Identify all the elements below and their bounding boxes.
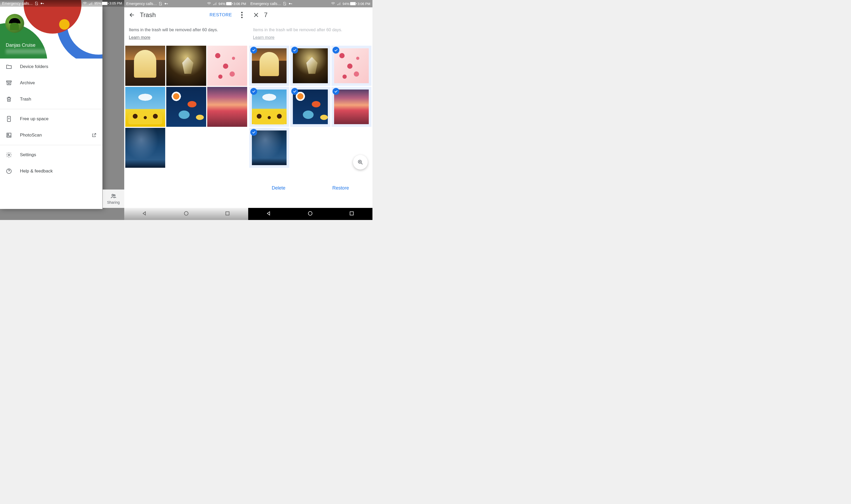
back-button[interactable] xyxy=(128,11,136,19)
navigation-drawer: Danjas Cruise Device folders Archive Tra… xyxy=(0,7,103,209)
signal-icon xyxy=(337,2,341,6)
trash-notice: Items in the trash will be removed after… xyxy=(248,22,372,46)
tab-label: Sharing xyxy=(107,200,120,204)
menu-label: PhotoScan xyxy=(20,132,84,138)
menu-label: Archive xyxy=(20,80,97,86)
nav-home-icon[interactable] xyxy=(183,211,189,217)
photo-thumbnail-selected[interactable] xyxy=(249,87,289,127)
svg-point-18 xyxy=(242,17,243,18)
selection-count: 7 xyxy=(264,11,370,19)
restore-button[interactable]: Restore xyxy=(332,185,349,191)
svg-point-0 xyxy=(41,3,42,4)
svg-point-7 xyxy=(8,154,10,156)
screen-drawer: Emergency calls… 95% 3:05 PM xyxy=(0,0,124,220)
svg-rect-3 xyxy=(6,81,11,82)
menu-label: Help & feedback xyxy=(20,168,97,174)
photo-thumbnail[interactable] xyxy=(166,46,206,86)
help-icon xyxy=(6,168,12,174)
zoom-in-icon xyxy=(357,159,364,165)
external-link-icon xyxy=(91,132,97,138)
screen-trash-selection: Emergency calls… 94% 3:06 PM 7 Items in xyxy=(248,0,372,220)
photo-thumbnail-selected[interactable] xyxy=(249,46,289,86)
photo-thumbnail-selected[interactable] xyxy=(249,128,289,168)
status-bar: Emergency calls… 95% 3:05 PM xyxy=(0,0,124,7)
user-name: Danjas Cruise xyxy=(6,42,56,48)
user-avatar[interactable] xyxy=(5,14,24,33)
nav-back-icon[interactable] xyxy=(266,211,272,217)
svg-rect-5 xyxy=(7,133,11,137)
menu-archive[interactable]: Archive xyxy=(0,75,103,91)
wifi-icon xyxy=(331,2,335,6)
drawer-header[interactable]: Danjas Cruise xyxy=(0,0,103,58)
more-button[interactable] xyxy=(238,11,246,19)
svg-point-17 xyxy=(242,14,243,16)
nosim-icon xyxy=(283,2,287,6)
close-selection-button[interactable] xyxy=(252,11,260,19)
clock-text: 3:05 PM xyxy=(109,1,122,5)
svg-rect-15 xyxy=(167,3,167,4)
restore-button[interactable]: RESTORE xyxy=(210,12,232,18)
vpn-key-icon xyxy=(40,1,45,5)
menu-trash[interactable]: Trash xyxy=(0,91,103,107)
photo-thumbnail[interactable] xyxy=(125,87,165,127)
photo-thumbnail-selected[interactable] xyxy=(332,46,371,86)
photo-thumbnail[interactable] xyxy=(207,87,247,127)
trash-notice: Items in the trash will be removed after… xyxy=(124,22,248,46)
clock-text: 3:06 PM xyxy=(357,2,370,6)
learn-more-link[interactable]: Learn more xyxy=(253,34,274,40)
photo-thumbnail-selected[interactable] xyxy=(332,87,371,127)
delete-button[interactable]: Delete xyxy=(272,185,285,191)
nav-recents-icon[interactable] xyxy=(349,211,355,217)
notice-text: Items in the trash will be removed after… xyxy=(129,28,218,32)
battery-percent: 94% xyxy=(342,2,349,6)
action-bar: Delete Restore xyxy=(248,180,372,196)
svg-rect-23 xyxy=(291,3,292,4)
menu-settings[interactable]: Settings xyxy=(0,147,103,163)
clock-text: 3:06 PM xyxy=(233,2,246,6)
signal-icon xyxy=(213,2,217,6)
free-space-icon xyxy=(6,116,12,122)
check-icon xyxy=(333,47,339,54)
menu-free-up-space[interactable]: Free up space xyxy=(0,111,103,127)
notice-text: Items in the trash will be removed after… xyxy=(253,28,342,32)
battery-indicator: 95% xyxy=(94,1,108,5)
learn-more-link[interactable]: Learn more xyxy=(129,34,150,40)
check-icon xyxy=(333,88,339,95)
signal-icon xyxy=(89,1,93,5)
svg-point-19 xyxy=(184,212,188,216)
photo-thumbnail[interactable] xyxy=(166,87,206,127)
archive-icon xyxy=(6,80,12,86)
photo-thumbnail-selected[interactable] xyxy=(290,87,330,127)
status-bar: Emergency calls… 94% 3:06 PM xyxy=(124,0,248,7)
menu-photoscan[interactable]: PhotoScan xyxy=(0,127,103,143)
selection-toolbar: 7 xyxy=(248,7,372,22)
people-icon xyxy=(110,193,117,199)
battery-percent: 94% xyxy=(218,2,225,6)
menu-help-feedback[interactable]: Help & feedback xyxy=(0,163,103,179)
menu-label: Free up space xyxy=(20,116,97,122)
wifi-icon xyxy=(207,2,211,6)
tab-sharing[interactable]: Sharing xyxy=(103,190,124,208)
photo-thumbnail[interactable] xyxy=(125,128,165,168)
screen-trash: Emergency calls… 94% 3:06 PM Trash RESTO… xyxy=(124,0,248,220)
zoom-fab[interactable] xyxy=(353,155,368,169)
photo-thumbnail[interactable] xyxy=(207,46,247,86)
menu-device-folders[interactable]: Device folders xyxy=(0,58,103,75)
svg-rect-20 xyxy=(226,212,229,215)
account-dropdown-icon[interactable] xyxy=(94,50,98,52)
photoscan-icon xyxy=(6,132,12,138)
photo-thumbnail[interactable] xyxy=(125,46,165,86)
menu-label: Device folders xyxy=(20,64,97,69)
check-icon xyxy=(250,129,257,136)
thumbnail-grid xyxy=(124,46,248,168)
photo-thumbnail-selected[interactable] xyxy=(290,46,330,86)
nav-back-icon[interactable] xyxy=(142,211,148,217)
nav-home-icon[interactable] xyxy=(307,211,313,217)
page-title: Trash xyxy=(140,11,206,19)
nav-recents-icon[interactable] xyxy=(225,211,230,217)
battery-indicator: 94% xyxy=(342,2,356,6)
menu-label: Trash xyxy=(20,96,97,102)
vpn-key-icon xyxy=(164,2,169,6)
toolbar: Trash RESTORE xyxy=(124,7,248,22)
svg-point-9 xyxy=(112,194,113,196)
